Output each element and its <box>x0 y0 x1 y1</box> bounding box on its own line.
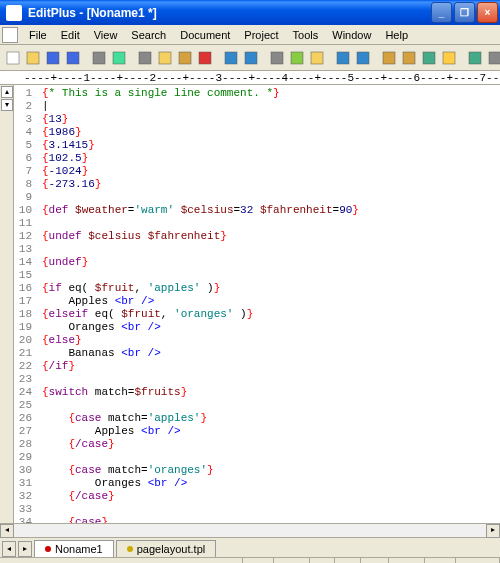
new-icon[interactable] <box>4 48 22 68</box>
tile-icon[interactable] <box>486 48 500 68</box>
line-number: 25 <box>16 399 32 412</box>
browser-icon[interactable] <box>466 48 484 68</box>
font-icon[interactable] <box>354 48 372 68</box>
line-number: 2 <box>16 100 32 113</box>
code-line[interactable]: {* This is a single line comment. *} <box>42 87 496 100</box>
minimize-button[interactable]: _ <box>431 2 452 23</box>
code-line[interactable] <box>42 191 496 204</box>
svg-rect-0 <box>7 52 19 64</box>
print-icon[interactable] <box>90 48 108 68</box>
outdent-icon[interactable] <box>400 48 418 68</box>
code-line[interactable]: Oranges <br /> <box>42 321 496 334</box>
tab-next-icon[interactable]: ▸ <box>18 541 32 557</box>
cut-icon[interactable] <box>136 48 154 68</box>
replace-icon[interactable] <box>288 48 306 68</box>
code-line[interactable]: {/if} <box>42 360 496 373</box>
bookmark-icon[interactable] <box>420 48 438 68</box>
code-line[interactable]: {case match='apples'} <box>42 412 496 425</box>
menu-project[interactable]: Project <box>237 27 285 43</box>
code-line[interactable]: {13} <box>42 113 496 126</box>
scroll-left-icon[interactable]: ◂ <box>0 524 14 538</box>
menu-file[interactable]: File <box>22 27 54 43</box>
code-line[interactable]: {case match='oranges'} <box>42 464 496 477</box>
svg-rect-17 <box>383 52 395 64</box>
app-icon <box>6 5 22 21</box>
highlight-icon[interactable] <box>440 48 458 68</box>
word-wrap-icon[interactable] <box>334 48 352 68</box>
code-line[interactable] <box>42 503 496 516</box>
menu-window[interactable]: Window <box>325 27 378 43</box>
menu-tools[interactable]: Tools <box>286 27 326 43</box>
menu-help[interactable]: Help <box>378 27 415 43</box>
code-line[interactable]: {-273.16} <box>42 178 496 191</box>
code-line[interactable]: {switch match=$fruits} <box>42 386 496 399</box>
menu-search[interactable]: Search <box>124 27 173 43</box>
delete-icon[interactable] <box>196 48 214 68</box>
code-line[interactable] <box>42 217 496 230</box>
redo-icon[interactable] <box>242 48 260 68</box>
find-icon[interactable] <box>268 48 286 68</box>
svg-rect-10 <box>225 52 237 64</box>
code-line[interactable]: Bananas <br /> <box>42 347 496 360</box>
paste-icon[interactable] <box>176 48 194 68</box>
tab-pagelayout-tpl[interactable]: pagelayout.tpl <box>116 540 217 557</box>
svg-rect-16 <box>357 52 369 64</box>
copy-icon[interactable] <box>156 48 174 68</box>
expand-down-icon[interactable]: ▾ <box>1 99 13 111</box>
close-button[interactable]: × <box>477 2 498 23</box>
expand-up-icon[interactable]: ▴ <box>1 86 13 98</box>
go-icon[interactable] <box>308 48 326 68</box>
indent-icon[interactable] <box>380 48 398 68</box>
code-line[interactable]: {undef} <box>42 256 496 269</box>
line-number: 4 <box>16 126 32 139</box>
svg-rect-6 <box>139 52 151 64</box>
save-icon[interactable] <box>44 48 62 68</box>
maximize-button[interactable]: ❐ <box>454 2 475 23</box>
code-line[interactable]: {case} <box>42 516 496 523</box>
code-line[interactable] <box>42 269 496 282</box>
code-line[interactable] <box>42 451 496 464</box>
code-line[interactable]: {undef $celsius $fahrenheit} <box>42 230 496 243</box>
preview-icon[interactable] <box>110 48 128 68</box>
code-line[interactable]: Apples <br /> <box>42 425 496 438</box>
doc-icon[interactable] <box>2 27 18 43</box>
titlebar: EditPlus - [Noname1 *] _ ❐ × <box>0 0 500 25</box>
horizontal-scrollbar[interactable]: ◂ ▸ <box>0 523 500 537</box>
svg-rect-13 <box>291 52 303 64</box>
code-line[interactable]: {3.1415} <box>42 139 496 152</box>
code-line[interactable]: {def $weather='warm' $celsius=32 $fahren… <box>42 204 496 217</box>
code-line[interactable]: {/case} <box>42 490 496 503</box>
code-line[interactable]: | <box>42 100 496 113</box>
code-line[interactable]: {else} <box>42 334 496 347</box>
code-line[interactable]: {/case} <box>42 438 496 451</box>
line-number: 34 <box>16 516 32 523</box>
tab-prev-icon[interactable]: ◂ <box>2 541 16 557</box>
status-sel: 00 <box>335 558 360 563</box>
status-total-lines: 53 <box>310 558 335 563</box>
code-line[interactable]: {1986} <box>42 126 496 139</box>
code-line[interactable] <box>42 399 496 412</box>
code-line[interactable]: {if eq( $fruit, 'apples' )} <box>42 282 496 295</box>
line-number: 12 <box>16 230 32 243</box>
code-line[interactable]: Apples <br /> <box>42 295 496 308</box>
code-line[interactable]: Oranges <br /> <box>42 477 496 490</box>
menu-document[interactable]: Document <box>173 27 237 43</box>
scroll-right-icon[interactable]: ▸ <box>486 524 500 538</box>
line-number: 15 <box>16 269 32 282</box>
code-line[interactable]: {elseif eq( $fruit, 'oranges' )} <box>42 308 496 321</box>
code-editor[interactable]: 1234567891011121314151617181920212223242… <box>14 85 500 523</box>
status-rec: REC <box>389 558 425 563</box>
code-line[interactable] <box>42 243 496 256</box>
tab-noname1[interactable]: Noname1 <box>34 540 114 557</box>
open-icon[interactable] <box>24 48 42 68</box>
saveall-icon[interactable] <box>64 48 82 68</box>
code-line[interactable]: {102.5} <box>42 152 496 165</box>
code-area[interactable]: {* This is a single line comment. *}|{13… <box>38 85 500 523</box>
menu-edit[interactable]: Edit <box>54 27 87 43</box>
code-line[interactable]: {-1024} <box>42 165 496 178</box>
undo-icon[interactable] <box>222 48 240 68</box>
menu-view[interactable]: View <box>87 27 125 43</box>
toolbar <box>0 45 500 71</box>
code-line[interactable] <box>42 373 496 386</box>
scroll-track[interactable] <box>14 524 486 537</box>
